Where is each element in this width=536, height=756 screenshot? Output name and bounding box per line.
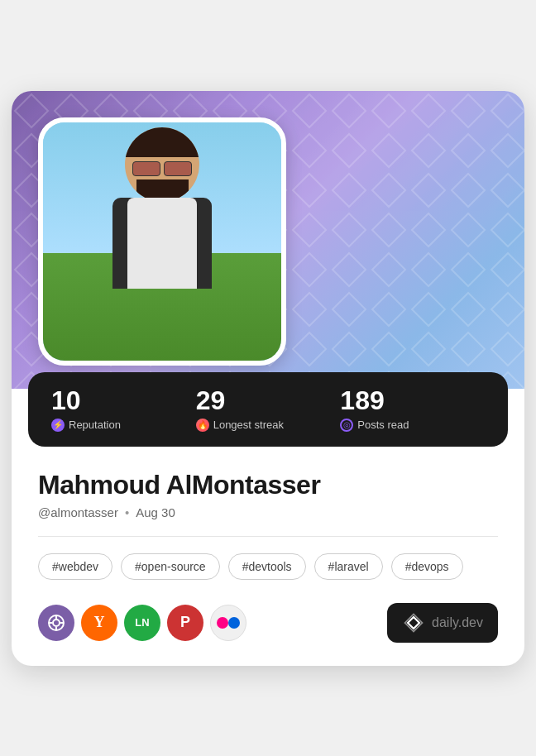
user-handle: @almontasser [38, 505, 118, 519]
badge-crosshair[interactable] [38, 605, 74, 641]
y-icon: Y [94, 614, 105, 631]
tag-open-source[interactable]: #open-source [121, 553, 220, 580]
badge-flickr[interactable] [210, 605, 246, 641]
streak-icon: 🔥 [196, 419, 209, 432]
streak-label: 🔥 Longest streak [196, 419, 284, 432]
user-name: Mahmoud AlMontasser [38, 470, 498, 500]
reputation-label: ⚡ Reputation [51, 419, 121, 432]
reputation-label-text: Reputation [69, 419, 121, 431]
tag-laravel[interactable]: #laravel [314, 553, 383, 580]
user-meta: @almontasser • Aug 30 [38, 505, 498, 519]
avatar-head [125, 127, 199, 202]
avatar-person [43, 122, 281, 361]
glass-lens-left [132, 161, 160, 176]
reputation-value: 10 [51, 387, 81, 414]
divider [38, 536, 498, 537]
streak-label-text: Longest streak [213, 419, 284, 431]
daily-dev-icon [402, 611, 425, 634]
footer-row: Y LN P [38, 603, 498, 643]
posts-icon: ◎ [340, 419, 353, 432]
card-body: Mahmoud AlMontasser @almontasser • Aug 3… [12, 463, 524, 666]
posts-label: ◎ Posts read [340, 419, 409, 432]
posts-value: 189 [340, 387, 384, 414]
posts-label-text: Posts read [357, 419, 409, 431]
daily-dev-badge[interactable]: daily.dev [387, 603, 498, 643]
user-date: Aug 30 [136, 505, 175, 519]
p-icon: P [180, 614, 190, 631]
stat-reputation: 10 ⚡ Reputation [51, 387, 196, 432]
tags-container: #webdev #open-source #devtools #laravel … [38, 553, 498, 580]
card-header [12, 91, 524, 389]
svg-point-8 [217, 617, 228, 629]
svg-point-9 [228, 617, 240, 629]
glass-lens-right [164, 161, 192, 176]
badge-y-combinator[interactable]: Y [81, 605, 117, 641]
tag-devtools[interactable]: #devtools [228, 553, 306, 580]
stat-streak: 29 🔥 Longest streak [196, 387, 341, 432]
tag-webdev[interactable]: #webdev [38, 553, 112, 580]
flickr-icon [216, 616, 241, 629]
crosshair-icon [47, 614, 65, 632]
avatar-glasses [132, 161, 192, 176]
daily-dev-logo: daily.dev [432, 615, 483, 630]
tag-devops[interactable]: #devops [391, 553, 463, 580]
branding-suffix: .dev [458, 615, 483, 629]
ln-icon: LN [135, 616, 149, 629]
profile-card: 10 ⚡ Reputation 29 🔥 Longest streak 189 … [12, 91, 524, 666]
stats-bar: 10 ⚡ Reputation 29 🔥 Longest streak 189 … [28, 372, 508, 447]
svg-point-3 [53, 620, 60, 626]
stat-posts: 189 ◎ Posts read [340, 387, 485, 432]
avatar-figure [112, 127, 212, 289]
daily-dev-label: daily.dev [432, 615, 483, 630]
avatar-torso [112, 198, 212, 289]
avatar [38, 117, 286, 366]
branding-label: daily [432, 615, 458, 629]
badge-ln[interactable]: LN [124, 605, 160, 641]
reputation-icon: ⚡ [51, 419, 65, 432]
badges-row: Y LN P [38, 605, 246, 641]
meta-separator: • [125, 505, 129, 519]
streak-value: 29 [196, 387, 226, 414]
avatar-hair [125, 127, 199, 157]
badge-product-hunt[interactable]: P [167, 605, 203, 641]
avatar-shirt [127, 198, 197, 289]
